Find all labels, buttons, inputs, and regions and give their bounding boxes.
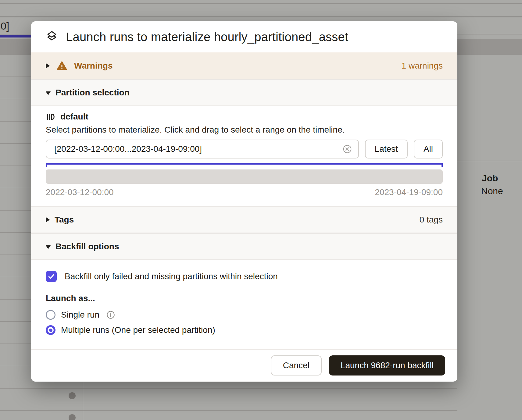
warnings-left-group: Warnings	[46, 60, 113, 71]
partition-dimension-icon	[46, 112, 55, 121]
warning-triangle-icon	[56, 60, 67, 71]
tags-section-toggle[interactable]: Tags 0 tags	[31, 206, 457, 233]
single-run-label: Single run	[61, 310, 99, 320]
partition-range-input[interactable]	[46, 140, 359, 158]
partition-range-input-wrap	[46, 140, 359, 158]
cancel-button[interactable]: Cancel	[271, 355, 322, 376]
partition-timeline[interactable]	[46, 169, 443, 184]
multiple-runs-radio[interactable]: Multiple runs (One per selected partitio…	[46, 325, 443, 335]
partition-selection-title: Partition selection	[55, 88, 130, 98]
launch-backfill-dialog: Launch runs to materialize hourly_partit…	[31, 21, 457, 382]
partition-range-row: Latest All	[46, 140, 443, 158]
dialog-footer: Cancel Launch 9682-run backfill	[31, 349, 457, 382]
checkbox-label: Backfill only failed and missing partiti…	[65, 272, 278, 281]
radio-unselected-icon	[46, 310, 55, 320]
multiple-runs-label: Multiple runs (One per selected partitio…	[61, 325, 215, 335]
latest-button[interactable]: Latest	[365, 140, 408, 158]
dimension-name: default	[60, 112, 88, 122]
tags-title: Tags	[55, 215, 74, 225]
backfill-failed-missing-checkbox[interactable]: Backfill only failed and missing partiti…	[46, 271, 443, 282]
backfill-options-body: Backfill only failed and missing partiti…	[31, 260, 457, 344]
dimension-row: default	[46, 112, 443, 122]
info-icon[interactable]	[106, 310, 115, 319]
partition-selection-body: default Select partitions to materialize…	[31, 106, 457, 206]
tags-count: 0 tags	[420, 215, 443, 225]
warnings-section-toggle[interactable]: Warnings 1 warnings	[31, 52, 457, 79]
backfill-options-toggle[interactable]: Backfill options	[31, 233, 457, 260]
timeline-selection-bracket	[46, 163, 443, 167]
all-button[interactable]: All	[414, 140, 443, 158]
materialize-layers-icon	[45, 30, 59, 44]
backfill-options-title: Backfill options	[55, 242, 119, 251]
clear-selection-icon[interactable]	[342, 144, 352, 154]
launch-backfill-button[interactable]: Launch 9682-run backfill	[329, 355, 445, 376]
warnings-label: Warnings	[74, 61, 113, 71]
chevron-right-icon	[46, 63, 50, 69]
radio-selected-icon	[46, 325, 55, 335]
dialog-title: Launch runs to materialize hourly_partit…	[66, 30, 348, 44]
timeline-end-label: 2023-04-19-09:00	[375, 187, 443, 197]
chevron-down-icon	[46, 245, 51, 249]
dialog-header: Launch runs to materialize hourly_partit…	[31, 21, 457, 52]
partition-selection-description: Select partitions to materialize. Click …	[46, 125, 443, 135]
launch-as-label: Launch as...	[46, 294, 443, 303]
warnings-count: 1 warnings	[402, 61, 443, 71]
chevron-down-icon	[46, 91, 51, 95]
chevron-right-icon	[46, 217, 50, 222]
single-run-radio[interactable]: Single run	[46, 310, 443, 320]
timeline-date-labels: 2022-03-12-00:00 2023-04-19-09:00	[46, 187, 443, 197]
partition-selection-toggle[interactable]: Partition selection	[31, 79, 457, 106]
timeline-start-label: 2022-03-12-00:00	[46, 187, 114, 197]
checkbox-checked-icon	[46, 271, 57, 282]
